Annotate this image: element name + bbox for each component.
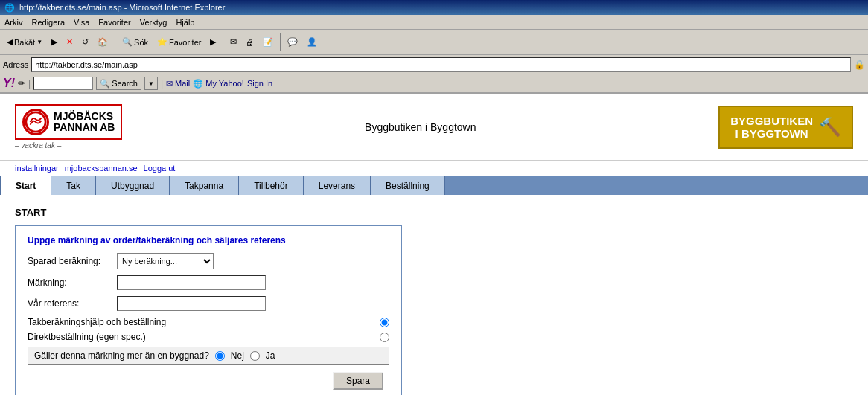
ja-label: Ja — [266, 350, 275, 361]
menu-verktyg[interactable]: Verktyg — [140, 18, 167, 27]
option2-radio[interactable] — [380, 333, 389, 342]
window-title: http://takber.dts.se/main.asp - Microsof… — [19, 3, 225, 12]
tab-start[interactable]: Start — [0, 176, 51, 195]
content-area: MJÖBÄCKS PANNAN AB – vackra tak – Byggbu… — [0, 94, 868, 395]
star-icon: ⭐ — [157, 37, 167, 47]
yahoo-mail-link[interactable]: ✉ Mail — [166, 79, 190, 89]
save-button[interactable]: Spara — [333, 372, 383, 390]
chevron-down-icon: ▼ — [148, 80, 154, 87]
media-icon: ▶ — [210, 37, 216, 47]
byggbutiken-banner: BYGGBUTIKEN I BYGGTOWN 🔨 — [718, 106, 853, 149]
refresh-icon: ↺ — [82, 37, 89, 47]
option2-row: Direktbeställning (egen spec.) — [28, 332, 389, 342]
yahoo-logo: Y! — [3, 77, 15, 90]
yahoo-toolbar-sep: | — [161, 78, 163, 89]
discuss-icon: 💬 — [287, 37, 298, 47]
back-button[interactable]: ◀ Bakåt ▼ — [3, 32, 46, 53]
home-button[interactable]: 🏠 — [94, 32, 112, 53]
logo-area: MJÖBÄCKS PANNAN AB – vackra tak – — [15, 104, 122, 150]
sparad-label: Sparad beräkning: — [28, 256, 117, 266]
stop-button[interactable]: ✕ — [63, 32, 77, 53]
markning-label: Märkning: — [28, 277, 117, 288]
logo-subtitle: – vackra tak – — [15, 141, 61, 150]
yahoo-search-button[interactable]: 🔍 Search — [96, 77, 141, 90]
yahoo-search-input[interactable] — [33, 77, 93, 90]
yahoo-myyahoo-link[interactable]: 🌐 My Yahoo! — [193, 79, 244, 89]
sparad-row: Sparad beräkning: Ny beräkning... — [28, 253, 389, 269]
menu-visa[interactable]: Visa — [74, 18, 89, 27]
yahoo-dropdown-button[interactable]: ▼ — [144, 77, 158, 90]
separator-2 — [223, 33, 223, 51]
sparad-select[interactable]: Ny beräkning... — [117, 253, 214, 269]
tab-beställning[interactable]: Beställning — [371, 176, 445, 195]
logo-text: MJÖBÄCKS PANNAN AB — [54, 111, 115, 134]
tab-utbyggnad[interactable]: Utbyggnad — [96, 176, 170, 195]
back-arrow-icon: ◀ — [7, 37, 13, 47]
menu-bar: Arkiv Redigera Visa Favoriter Verktyg Hj… — [0, 15, 868, 30]
mail-icon: ✉ — [166, 79, 173, 88]
messenger-icon: 👤 — [307, 37, 317, 47]
save-row: Spara — [28, 372, 389, 390]
messenger-button[interactable]: 👤 — [303, 32, 321, 53]
markning-input[interactable] — [117, 275, 266, 290]
sub-links: installningar mjobackspannan.se Logga ut — [0, 161, 868, 176]
forward-button[interactable]: ▶ — [48, 32, 61, 53]
site-center-text: Byggbutiken i Byggtown — [122, 121, 718, 133]
option1-row: Takberäkningshjälp och beställning — [28, 317, 389, 327]
print-icon: 🖨 — [246, 38, 254, 47]
print-button[interactable]: 🖨 — [242, 32, 258, 53]
yahoo-signin-link[interactable]: Sign In — [247, 79, 272, 88]
stop-icon: ✕ — [66, 37, 73, 47]
myyahoo-icon: 🌐 — [193, 79, 203, 88]
mail-button[interactable]: ✉ — [226, 32, 240, 53]
menu-hjälp[interactable]: Hjälp — [176, 18, 194, 27]
banner-text: BYGGBUTIKEN I BYGGTOWN — [730, 115, 813, 140]
mjobackspannan-link[interactable]: mjobackspannan.se — [65, 164, 138, 173]
var-referens-row: Vår referens: — [28, 296, 389, 311]
main-area: START Uppge märkning av order/takberäkni… — [0, 195, 868, 395]
option1-radio[interactable] — [380, 318, 389, 327]
edit-icon: 📝 — [263, 37, 273, 47]
ssl-lock-icon: 🔒 — [854, 60, 865, 70]
tab-leverans[interactable]: Leverans — [304, 176, 371, 195]
logo-name-1: MJÖBÄCKS — [54, 111, 115, 122]
home-icon: 🏠 — [98, 37, 108, 47]
logo-swirl-icon — [22, 109, 49, 135]
address-bar: Adress 🔒 — [0, 55, 868, 74]
nej-label: Nej — [231, 350, 244, 361]
tab-takpanna[interactable]: Takpanna — [170, 176, 239, 195]
galler-label: Gäller denna märkning mer än en byggnad? — [34, 350, 209, 361]
menu-redigera[interactable]: Redigera — [31, 18, 65, 27]
logga-ut-link[interactable]: Logga ut — [144, 164, 176, 173]
refresh-button[interactable]: ↺ — [78, 32, 92, 53]
var-referens-label: Vår referens: — [28, 298, 117, 309]
media-button[interactable]: ▶ — [206, 32, 220, 53]
separator-3 — [280, 33, 281, 51]
search-button[interactable]: 🔍 Sök — [118, 32, 152, 53]
form-box: Uppge märkning av order/takberäkning och… — [15, 225, 402, 395]
discuss-button[interactable]: 💬 — [284, 32, 301, 53]
option1-label: Takberäkningshjälp och beställning — [28, 317, 374, 327]
address-label: Adress — [3, 60, 28, 69]
form-subtitle: Uppge märkning av order/takberäkning och… — [28, 235, 389, 245]
yahoo-toolbar: Y! ✏ | 🔍 Search ▼ | ✉ Mail 🌐 My Yahoo! S… — [0, 74, 868, 94]
yahoo-separator: | — [28, 78, 31, 89]
edit-button[interactable]: 📝 — [259, 32, 277, 53]
favorites-button[interactable]: ⭐ Favoriter — [153, 32, 205, 53]
var-referens-input[interactable] — [117, 296, 266, 311]
forward-icon: ▶ — [51, 37, 57, 47]
menu-arkiv[interactable]: Arkiv — [4, 18, 22, 27]
galler-nej-radio[interactable] — [215, 351, 225, 361]
galler-row: Gäller denna märkning mer än en byggnad?… — [28, 347, 389, 365]
toolbar: ◀ Bakåt ▼ ▶ ✕ ↺ 🏠 🔍 Sök ⭐ Favoriter ▶ ✉ … — [0, 30, 868, 55]
galler-ja-radio[interactable] — [250, 351, 260, 361]
markning-row: Märkning: — [28, 275, 389, 290]
site-header: MJÖBÄCKS PANNAN AB – vackra tak – Byggbu… — [0, 94, 868, 161]
tab-tak[interactable]: Tak — [51, 176, 96, 195]
installningar-link[interactable]: installningar — [15, 164, 59, 173]
tab-tillbehör[interactable]: Tillbehör — [239, 176, 304, 195]
search-icon: 🔍 — [100, 79, 110, 89]
address-input[interactable] — [31, 57, 851, 72]
option2-label: Direktbeställning (egen spec.) — [28, 332, 374, 342]
menu-favoriter[interactable]: Favoriter — [98, 18, 130, 27]
